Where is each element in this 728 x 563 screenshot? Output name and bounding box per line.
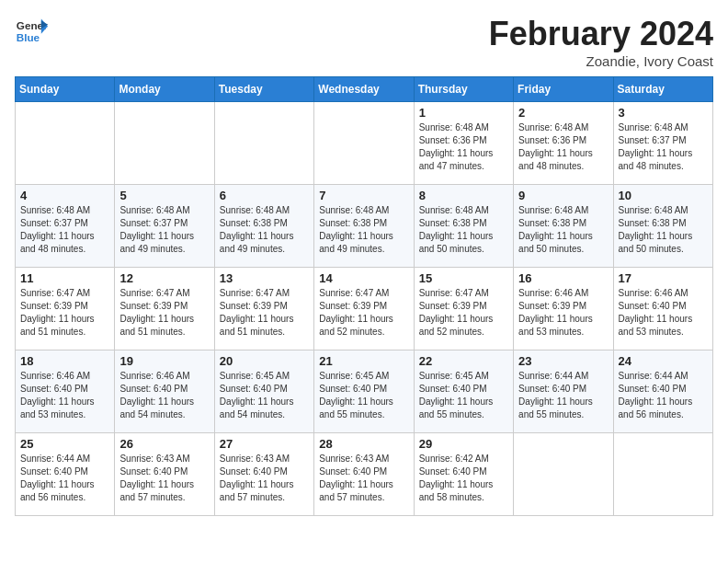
day-info: Sunrise: 6:47 AM Sunset: 6:39 PM Dayligh… xyxy=(220,287,309,339)
calendar-cell: 5Sunrise: 6:48 AM Sunset: 6:37 PM Daylig… xyxy=(115,185,214,268)
day-info: Sunrise: 6:48 AM Sunset: 6:37 PM Dayligh… xyxy=(619,121,708,173)
day-info: Sunrise: 6:45 AM Sunset: 6:40 PM Dayligh… xyxy=(319,370,408,421)
calendar-cell: 3Sunrise: 6:48 AM Sunset: 6:37 PM Daylig… xyxy=(613,102,712,185)
calendar-cell: 12Sunrise: 6:47 AM Sunset: 6:39 PM Dayli… xyxy=(115,268,214,350)
calendar-cell: 13Sunrise: 6:47 AM Sunset: 6:39 PM Dayli… xyxy=(214,268,313,350)
calendar-cell: 16Sunrise: 6:46 AM Sunset: 6:39 PM Dayli… xyxy=(514,268,613,350)
calendar-cell: 18Sunrise: 6:46 AM Sunset: 6:40 PM Dayli… xyxy=(16,350,115,433)
day-number: 18 xyxy=(20,354,109,368)
day-number: 11 xyxy=(20,271,109,285)
day-number: 7 xyxy=(319,189,408,202)
week-row-1: 1Sunrise: 6:48 AM Sunset: 6:36 PM Daylig… xyxy=(16,102,713,185)
day-number: 24 xyxy=(619,354,708,368)
day-number: 10 xyxy=(619,189,708,202)
day-info: Sunrise: 6:48 AM Sunset: 6:36 PM Dayligh… xyxy=(518,121,608,173)
day-info: Sunrise: 6:48 AM Sunset: 6:37 PM Dayligh… xyxy=(20,204,109,256)
calendar-cell: 26Sunrise: 6:43 AM Sunset: 6:40 PM Dayli… xyxy=(115,433,214,516)
day-info: Sunrise: 6:47 AM Sunset: 6:39 PM Dayligh… xyxy=(419,287,508,339)
calendar-cell: 8Sunrise: 6:48 AM Sunset: 6:38 PM Daylig… xyxy=(414,185,513,268)
day-number: 28 xyxy=(319,437,408,451)
day-number: 22 xyxy=(419,354,508,368)
day-number: 12 xyxy=(119,271,209,285)
day-info: Sunrise: 6:45 AM Sunset: 6:40 PM Dayligh… xyxy=(419,370,508,421)
day-number: 5 xyxy=(119,189,209,202)
calendar-cell: 17Sunrise: 6:46 AM Sunset: 6:40 PM Dayli… xyxy=(613,268,712,350)
day-number: 3 xyxy=(619,106,708,120)
day-number: 8 xyxy=(419,189,508,202)
day-number: 29 xyxy=(419,437,508,451)
day-number: 14 xyxy=(319,271,408,285)
calendar-cell: 15Sunrise: 6:47 AM Sunset: 6:39 PM Dayli… xyxy=(414,268,513,350)
day-info: Sunrise: 6:47 AM Sunset: 6:39 PM Dayligh… xyxy=(119,287,209,339)
day-info: Sunrise: 6:46 AM Sunset: 6:39 PM Dayligh… xyxy=(518,287,608,339)
calendar-cell: 14Sunrise: 6:47 AM Sunset: 6:39 PM Dayli… xyxy=(314,268,414,350)
calendar-cell xyxy=(115,102,214,185)
weekday-header-saturday: Saturday xyxy=(613,77,712,102)
weekday-header-monday: Monday xyxy=(115,77,214,102)
calendar-cell: 10Sunrise: 6:48 AM Sunset: 6:38 PM Dayli… xyxy=(613,185,712,268)
calendar-cell: 4Sunrise: 6:48 AM Sunset: 6:37 PM Daylig… xyxy=(16,185,115,268)
day-info: Sunrise: 6:48 AM Sunset: 6:38 PM Dayligh… xyxy=(518,204,608,256)
calendar-cell: 6Sunrise: 6:48 AM Sunset: 6:38 PM Daylig… xyxy=(214,185,313,268)
calendar-cell: 28Sunrise: 6:43 AM Sunset: 6:40 PM Dayli… xyxy=(314,433,414,516)
day-number: 15 xyxy=(419,271,508,285)
calendar-cell: 23Sunrise: 6:44 AM Sunset: 6:40 PM Dayli… xyxy=(514,350,613,433)
calendar-cell: 21Sunrise: 6:45 AM Sunset: 6:40 PM Dayli… xyxy=(314,350,414,433)
day-info: Sunrise: 6:43 AM Sunset: 6:40 PM Dayligh… xyxy=(220,453,309,504)
calendar-cell: 19Sunrise: 6:46 AM Sunset: 6:40 PM Dayli… xyxy=(115,350,214,433)
day-info: Sunrise: 6:43 AM Sunset: 6:40 PM Dayligh… xyxy=(319,453,408,504)
calendar-cell: 29Sunrise: 6:42 AM Sunset: 6:40 PM Dayli… xyxy=(414,433,513,516)
day-number: 26 xyxy=(119,437,209,451)
day-number: 20 xyxy=(220,354,309,368)
calendar-cell: 22Sunrise: 6:45 AM Sunset: 6:40 PM Dayli… xyxy=(414,350,513,433)
calendar-table: SundayMondayTuesdayWednesdayThursdayFrid… xyxy=(15,76,713,516)
day-info: Sunrise: 6:46 AM Sunset: 6:40 PM Dayligh… xyxy=(119,370,209,421)
day-number: 16 xyxy=(518,271,608,285)
day-info: Sunrise: 6:47 AM Sunset: 6:39 PM Dayligh… xyxy=(319,287,408,339)
day-info: Sunrise: 6:43 AM Sunset: 6:40 PM Dayligh… xyxy=(119,453,209,504)
day-info: Sunrise: 6:42 AM Sunset: 6:40 PM Dayligh… xyxy=(419,453,508,504)
weekday-header-tuesday: Tuesday xyxy=(214,77,313,102)
calendar-cell: 2Sunrise: 6:48 AM Sunset: 6:36 PM Daylig… xyxy=(514,102,613,185)
logo-icon: General Blue xyxy=(15,15,48,48)
month-title: February 2024 xyxy=(489,15,713,53)
page-header: General Blue February 2024 Zoandie, Ivor… xyxy=(15,15,713,69)
day-info: Sunrise: 6:48 AM Sunset: 6:36 PM Dayligh… xyxy=(419,121,508,173)
weekday-header-friday: Friday xyxy=(514,77,613,102)
day-number: 6 xyxy=(220,189,309,202)
day-info: Sunrise: 6:48 AM Sunset: 6:38 PM Dayligh… xyxy=(319,204,408,256)
day-info: Sunrise: 6:48 AM Sunset: 6:37 PM Dayligh… xyxy=(119,204,209,256)
day-number: 9 xyxy=(518,189,608,202)
weekday-header-row: SundayMondayTuesdayWednesdayThursdayFrid… xyxy=(16,77,713,102)
week-row-3: 11Sunrise: 6:47 AM Sunset: 6:39 PM Dayli… xyxy=(16,268,713,350)
logo: General Blue xyxy=(15,15,48,48)
weekday-header-sunday: Sunday xyxy=(16,77,115,102)
calendar-cell xyxy=(613,433,712,516)
week-row-5: 25Sunrise: 6:44 AM Sunset: 6:40 PM Dayli… xyxy=(16,433,713,516)
day-info: Sunrise: 6:46 AM Sunset: 6:40 PM Dayligh… xyxy=(20,370,109,421)
week-row-2: 4Sunrise: 6:48 AM Sunset: 6:37 PM Daylig… xyxy=(16,185,713,268)
day-info: Sunrise: 6:44 AM Sunset: 6:40 PM Dayligh… xyxy=(20,453,109,504)
day-number: 4 xyxy=(20,189,109,202)
calendar-cell: 25Sunrise: 6:44 AM Sunset: 6:40 PM Dayli… xyxy=(16,433,115,516)
calendar-cell xyxy=(214,102,313,185)
location-title: Zoandie, Ivory Coast xyxy=(489,53,713,69)
day-info: Sunrise: 6:48 AM Sunset: 6:38 PM Dayligh… xyxy=(619,204,708,256)
calendar-cell: 1Sunrise: 6:48 AM Sunset: 6:36 PM Daylig… xyxy=(414,102,513,185)
day-number: 13 xyxy=(220,271,309,285)
day-info: Sunrise: 6:46 AM Sunset: 6:40 PM Dayligh… xyxy=(619,287,708,339)
day-number: 19 xyxy=(119,354,209,368)
day-number: 27 xyxy=(220,437,309,451)
day-info: Sunrise: 6:47 AM Sunset: 6:39 PM Dayligh… xyxy=(20,287,109,339)
svg-text:Blue: Blue xyxy=(17,31,40,43)
week-row-4: 18Sunrise: 6:46 AM Sunset: 6:40 PM Dayli… xyxy=(16,350,713,433)
day-number: 23 xyxy=(518,354,608,368)
calendar-cell: 9Sunrise: 6:48 AM Sunset: 6:38 PM Daylig… xyxy=(514,185,613,268)
calendar-cell: 7Sunrise: 6:48 AM Sunset: 6:38 PM Daylig… xyxy=(314,185,414,268)
day-number: 17 xyxy=(619,271,708,285)
calendar-cell xyxy=(514,433,613,516)
day-number: 21 xyxy=(319,354,408,368)
day-info: Sunrise: 6:44 AM Sunset: 6:40 PM Dayligh… xyxy=(518,370,608,421)
calendar-cell xyxy=(314,102,414,185)
calendar-cell: 27Sunrise: 6:43 AM Sunset: 6:40 PM Dayli… xyxy=(214,433,313,516)
